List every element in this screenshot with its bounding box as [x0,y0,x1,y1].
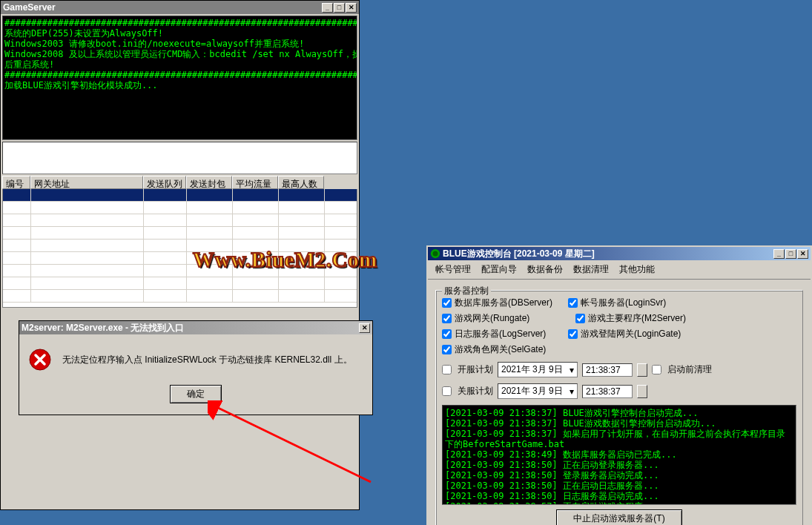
close-date-input[interactable]: 2021年 3月 9日▾ [498,383,578,399]
table-header: 编号 网关地址 发送队列 发送封包 平均流量 最高人数 [2,176,357,189]
col-maxusers[interactable]: 最高人数 [278,176,324,189]
close-schedule-label: 关服计划 [458,385,493,397]
menu-clean[interactable]: 数据清理 [569,262,613,277]
group-legend: 服务器控制 [442,285,491,297]
check-label: 帐号服务器(LoginSvr) [581,297,666,309]
col-id[interactable]: 编号 [2,176,30,189]
gameserver-titlebar[interactable]: GameServer _ □ ✕ [1,1,359,14]
maximize-icon[interactable]: □ [334,3,345,13]
service-check-4[interactable]: 日志服务器(LogServer) [442,328,568,340]
menu-backup[interactable]: 数据备份 [523,262,567,277]
close-schedule-check[interactable] [442,386,452,396]
table-row[interactable] [3,189,357,202]
table-row[interactable] [3,202,357,214]
table-row[interactable] [3,277,357,290]
log-output: [2021-03-09 21:38:37] BLUE游戏引擎控制台启动完成...… [442,405,796,505]
error-title: M2server: M2Server.exe - 无法找到入口 [22,322,359,334]
check-label: 游戏登陆网关(LoginGate) [581,328,681,340]
checkbox[interactable] [442,329,452,339]
error-message: 无法定位程序输入点 InitializeSRWLock 于动态链接库 KERNE… [62,354,352,366]
stop-server-button[interactable]: 中止启动游戏服务器(T) [556,509,681,525]
checkbox[interactable] [568,329,578,339]
service-check-5[interactable]: 游戏登陆网关(LoginGate) [568,328,694,340]
open-schedule-check[interactable] [442,365,452,374]
connection-table: 编号 网关地址 发送队列 发送封包 平均流量 最高人数 [2,176,357,308]
open-schedule-label: 开服计划 [458,363,493,376]
server-control-group: 服务器控制 数据库服务器(DBServer)帐号服务器(LoginSvr)游戏网… [435,290,803,525]
console-output: ########################################… [2,16,357,140]
service-check-6[interactable]: 游戏角色网关(SelGate) [442,343,568,356]
table-row[interactable] [3,227,357,240]
col-packets[interactable]: 发送封包 [186,176,232,189]
check-label: 游戏主要程序(M2Server) [588,312,686,325]
preclean-label: 启动前清理 [667,363,712,376]
gameserver-title: GameServer [3,2,322,13]
ok-button[interactable]: 确定 [170,385,222,403]
svg-point-2 [433,251,438,257]
check-label: 游戏角色网关(SelGate) [455,343,546,356]
menu-account[interactable]: 帐号管理 [431,262,475,277]
close-icon[interactable]: ✕ [346,3,357,13]
menu-config[interactable]: 配置向导 [477,262,521,277]
spin-icon[interactable] [637,363,647,377]
check-label: 日志服务器(LogServer) [455,328,546,340]
control-panel-window: BLUE游戏控制台 [2021-03-09 星期二] _ □ ✕ 帐号管理 配置… [426,245,812,525]
table-row[interactable] [3,214,357,227]
status-panel [2,142,357,174]
checkbox[interactable] [568,298,578,308]
service-check-3[interactable]: 游戏主要程序(M2Server) [575,312,702,325]
close-time-input[interactable]: 21:38:37 [582,385,633,398]
menu-other[interactable]: 其他功能 [615,262,659,277]
service-check-2[interactable]: 游戏网关(Rungate) [442,312,575,325]
close-icon[interactable]: ✕ [797,249,808,259]
app-icon [430,248,440,259]
checkbox[interactable] [442,298,452,308]
checkbox[interactable] [575,314,585,323]
open-date-input[interactable]: 2021年 3月 9日▾ [498,362,578,377]
menubar: 帐号管理 配置向导 数据备份 数据清理 其他功能 [428,260,811,280]
preclean-check[interactable] [652,365,661,374]
control-panel-title: BLUE游戏控制台 [2021-03-09 星期二] [443,248,773,260]
maximize-icon[interactable]: □ [785,249,796,259]
check-label: 游戏网关(Rungate) [455,312,529,325]
col-traffic[interactable]: 平均流量 [232,176,278,189]
control-panel-titlebar[interactable]: BLUE游戏控制台 [2021-03-09 星期二] _ □ ✕ [428,247,811,260]
checkbox[interactable] [442,345,452,354]
service-check-0[interactable]: 数据库服务器(DBServer) [442,297,568,309]
table-row[interactable] [3,290,357,303]
check-label: 数据库服务器(DBServer) [455,297,552,309]
minimize-icon[interactable]: _ [322,3,333,13]
error-titlebar[interactable]: M2server: M2Server.exe - 无法找到入口 ✕ [19,321,372,334]
watermark-text: Www.BiueM2.Com [193,248,377,272]
spin-icon[interactable] [637,385,647,398]
col-gateway[interactable]: 网关地址 [30,176,143,189]
error-dialog: M2server: M2Server.exe - 无法找到入口 ✕ 无法定位程序… [19,320,373,415]
col-queue[interactable]: 发送队列 [143,176,186,189]
close-icon[interactable]: ✕ [359,323,370,333]
checkbox[interactable] [442,314,452,323]
open-time-input[interactable]: 21:38:37 [582,363,633,377]
error-icon [28,348,52,372]
minimize-icon[interactable]: _ [773,249,785,259]
service-check-1[interactable]: 帐号服务器(LoginSvr) [568,297,694,309]
